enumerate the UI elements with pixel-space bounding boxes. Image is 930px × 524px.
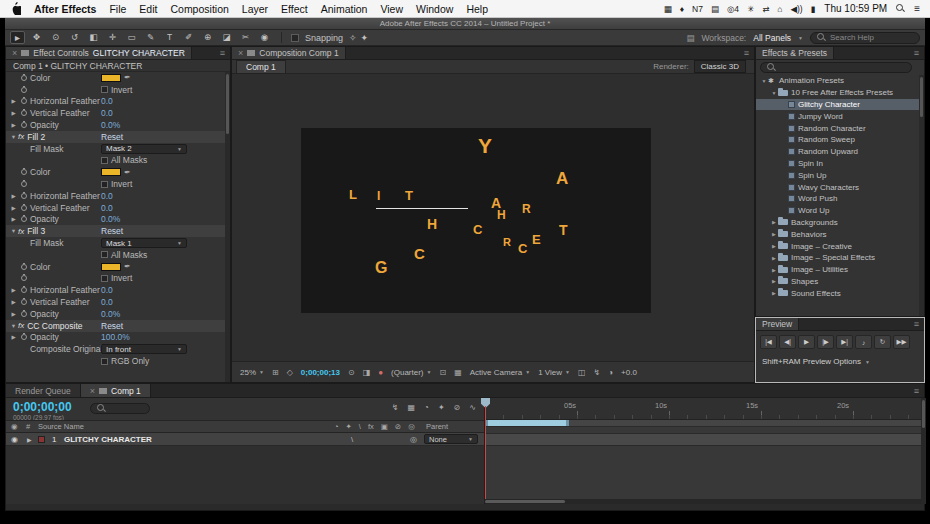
- effect-controls-scrollbar[interactable]: [225, 72, 230, 382]
- preset-folder-10-free-after-effects-presets[interactable]: ▼10 Free After Effects Presets: [756, 87, 919, 99]
- preset-item-jumpy-word[interactable]: Jumpy Word: [756, 110, 919, 122]
- value-vertical-feather[interactable]: 0.0: [101, 297, 113, 307]
- menu-item-window[interactable]: Window: [416, 3, 453, 15]
- stopwatch-icon[interactable]: [18, 264, 30, 270]
- twirl-icon[interactable]: ▶: [9, 311, 18, 317]
- ram-preview-button[interactable]: ▶▶: [893, 335, 910, 349]
- pen-tool[interactable]: ✎: [143, 31, 158, 44]
- preview-time[interactable]: 0;00;00;13: [301, 368, 340, 377]
- dropdown-composite-original[interactable]: In front▼: [101, 344, 187, 354]
- stopwatch-icon[interactable]: [18, 275, 30, 281]
- preset-item-word-push[interactable]: Word Push: [756, 193, 919, 205]
- mask-shape-tool[interactable]: ▭: [124, 31, 139, 44]
- presets-scrollbar[interactable]: [919, 75, 924, 316]
- work-area-bar[interactable]: [485, 420, 569, 426]
- spotlight-icon[interactable]: [896, 4, 905, 13]
- camera-select[interactable]: Active Camera▼: [470, 368, 530, 377]
- status-diamond-icon[interactable]: ♦: [680, 4, 684, 14]
- timeline-vertical-scrollbar[interactable]: [921, 398, 926, 504]
- asterisk-icon[interactable]: ✳: [747, 4, 754, 14]
- preset-folder-image-special-effects[interactable]: ▶Image – Special Effects: [756, 252, 919, 264]
- value-opacity[interactable]: 0.0%: [101, 214, 120, 224]
- motion-blur-icon[interactable]: ⊘: [454, 403, 461, 412]
- panel-menu-icon[interactable]: ≡: [909, 48, 924, 58]
- preset-item-word-up[interactable]: Word Up: [756, 205, 919, 217]
- help-search-input[interactable]: Search Help: [810, 32, 920, 44]
- snapping-checkbox[interactable]: [291, 34, 299, 42]
- stopwatch-icon[interactable]: [18, 98, 30, 104]
- type-tool[interactable]: T: [162, 31, 177, 44]
- stopwatch-icon[interactable]: [18, 311, 30, 317]
- layer-visibility-icon[interactable]: ◉: [11, 433, 18, 445]
- magnification-select[interactable]: 25%▼: [240, 368, 264, 377]
- rotation-tool[interactable]: ↺: [67, 31, 82, 44]
- value-vertical-feather[interactable]: 0.0: [101, 203, 113, 213]
- app-menu[interactable]: After Effects: [34, 3, 96, 15]
- eyedropper-icon[interactable]: ✒: [124, 262, 131, 271]
- pixel-aspect-icon[interactable]: ◫: [578, 368, 586, 377]
- channels-icon[interactable]: ●: [378, 368, 383, 377]
- pan-behind-tool[interactable]: ✛: [105, 31, 120, 44]
- view-layout-select[interactable]: 1 View▼: [538, 368, 570, 377]
- panel-menu-icon[interactable]: ≡: [215, 48, 230, 58]
- dropdown-fill-mask[interactable]: Mask 1▼: [101, 238, 187, 248]
- tab-render-queue[interactable]: Render Queue: [6, 384, 81, 397]
- region-of-interest-icon[interactable]: ⊡: [439, 368, 446, 377]
- stopwatch-icon[interactable]: [18, 169, 30, 175]
- next-frame-button[interactable]: |▶: [817, 335, 834, 349]
- twirl-icon[interactable]: ▶: [9, 216, 18, 222]
- input-source-icon[interactable]: N7: [692, 4, 703, 14]
- stopwatch-icon[interactable]: [18, 87, 30, 93]
- zoom-tool[interactable]: ⊙: [48, 31, 63, 44]
- checkbox[interactable]: [101, 157, 108, 164]
- close-icon[interactable]: ×: [90, 386, 95, 396]
- hand-tool[interactable]: ✥: [29, 31, 44, 44]
- eyedropper-icon[interactable]: ✒: [124, 73, 131, 82]
- menu-item-view[interactable]: View: [380, 3, 403, 15]
- stopwatch-icon[interactable]: [18, 122, 30, 128]
- stopwatch-icon[interactable]: [18, 216, 30, 222]
- composition-canvas[interactable]: GLITCHYCHARACTER: [301, 128, 651, 313]
- twirl-icon[interactable]: ▶: [770, 255, 778, 261]
- reset-button[interactable]: Reset: [101, 321, 123, 331]
- twirl-icon[interactable]: ▼: [9, 323, 18, 329]
- show-snapshot-icon[interactable]: ◨: [363, 368, 371, 377]
- display-icon[interactable]: ▤: [711, 4, 719, 14]
- twirl-icon[interactable]: ▶: [9, 299, 18, 305]
- presets-search-input[interactable]: [760, 62, 912, 73]
- preset-folder-backgrounds[interactable]: ▶Backgrounds: [756, 217, 919, 229]
- effect-header-fill-2[interactable]: ▼fxFill 2Reset: [6, 131, 225, 143]
- eyedropper-icon[interactable]: ✒: [124, 168, 131, 177]
- snap-option-icon-2[interactable]: ✦: [361, 33, 369, 43]
- hide-shy-layers-icon[interactable]: ◔: [424, 403, 429, 412]
- twirl-icon[interactable]: ▶: [9, 122, 18, 128]
- unified-camera-tool[interactable]: ◧: [86, 31, 101, 44]
- screen-share-icon[interactable]: ▦: [664, 4, 672, 14]
- twirl-icon[interactable]: ▼: [770, 90, 778, 96]
- menu-item-help[interactable]: Help: [466, 3, 488, 15]
- layer-label-color[interactable]: [38, 433, 45, 445]
- panel-menu-icon[interactable]: ≡: [739, 48, 754, 58]
- twirl-icon[interactable]: ▶: [9, 110, 18, 116]
- close-icon[interactable]: ×: [238, 48, 243, 58]
- effect-header-cc-composite[interactable]: ▼fxCC CompositeReset: [6, 320, 225, 332]
- battery-icon[interactable]: ▮: [811, 4, 816, 14]
- preset-item-glitchy-character[interactable]: Glitchy Character: [756, 99, 919, 111]
- time-ruler[interactable]: 05s10s15s20s25s: [485, 398, 921, 420]
- last-frame-button[interactable]: ▶|: [836, 335, 853, 349]
- home-icon[interactable]: ⌂: [777, 4, 782, 14]
- viewer-tab-comp1[interactable]: Comp 1: [236, 60, 286, 73]
- dropdown-fill-mask[interactable]: Mask 2▼: [101, 144, 187, 154]
- tab-effects-presets[interactable]: Effects & Presets: [756, 47, 834, 59]
- preset-folder-animation-presets[interactable]: ▼✱Animation Presets: [756, 75, 919, 87]
- menu-item-file[interactable]: File: [109, 3, 126, 15]
- close-icon[interactable]: ×: [12, 48, 17, 58]
- selection-tool[interactable]: ►: [10, 31, 25, 44]
- sync-icon[interactable]: ⇄: [762, 4, 769, 14]
- twirl-icon[interactable]: ▶: [770, 219, 778, 225]
- first-frame-button[interactable]: |◀: [760, 335, 777, 349]
- checkbox[interactable]: [101, 358, 108, 365]
- value-opacity[interactable]: 0.0%: [101, 120, 120, 130]
- twirl-icon[interactable]: ▶: [9, 193, 18, 199]
- reset-button[interactable]: Reset: [101, 132, 123, 142]
